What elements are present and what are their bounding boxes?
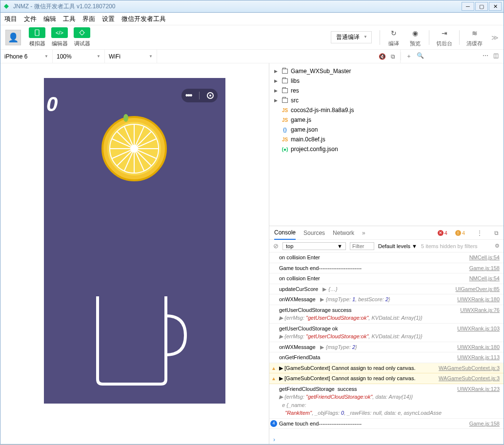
filter-settings-icon[interactable]: ⚙: [495, 243, 500, 249]
file-item[interactable]: JSmain.0c8ef.js: [269, 135, 504, 144]
menu-settings[interactable]: 设置: [102, 15, 115, 23]
main-toolbar: 👤 模拟器 </> 编辑器 调试器 普通编译 ↻编译 ◉预览 ⇥切后台 ≋清缓存…: [0, 25, 504, 50]
zoom-selector[interactable]: 100%▼: [53, 53, 104, 60]
window-titlebar: JNMZ - 微信开发者工具 v1.02.1807200 ─ ▢ ✕: [0, 0, 504, 13]
tab-sources[interactable]: Sources: [303, 227, 325, 239]
devtools-panel: Console Sources Network » ✕4 !4 ⋮ ⧉ ⊘ to…: [269, 226, 504, 444]
simulator-label: 模拟器: [29, 40, 45, 47]
folder-item[interactable]: ▶Game_WXSub_Master: [269, 66, 504, 76]
menu-wx-devtools[interactable]: 微信开发者工具: [121, 15, 166, 23]
console-log-row[interactable]: ▲▶ [GameSubContext] Cannot assign to rea…: [269, 373, 504, 384]
clear-cache-button[interactable]: ≋: [468, 28, 482, 39]
compile-mode-dropdown[interactable]: 普通编译: [331, 31, 372, 43]
svg-point-14: [123, 114, 128, 122]
app-icon: [2, 2, 10, 10]
menu-bar: 项目 文件 编辑 工具 界面 设置 微信开发者工具: [0, 13, 504, 25]
game-canvas[interactable]: 0 •••: [44, 78, 225, 404]
menu-file[interactable]: 文件: [24, 15, 37, 23]
avatar[interactable]: 👤: [5, 30, 21, 45]
device-selector[interactable]: iPhone 6▼: [0, 53, 52, 60]
console-log-row[interactable]: getFriendCloudStorage success▶ {errMsg: …: [269, 384, 504, 419]
preview-button[interactable]: ◉: [408, 28, 422, 39]
minimize-button[interactable]: ─: [462, 2, 474, 11]
editor-button[interactable]: </>: [51, 27, 68, 38]
tabs-more-icon[interactable]: »: [362, 230, 365, 236]
warning-count[interactable]: !4: [455, 230, 465, 236]
console-log-row[interactable]: 4Game touch end------------------------G…: [269, 419, 504, 429]
menu-tools[interactable]: 工具: [63, 15, 76, 23]
devtools-settings-icon[interactable]: ⋮: [477, 230, 483, 236]
game-score: 0: [46, 93, 58, 116]
devtools-dock-icon[interactable]: ⧉: [494, 230, 499, 236]
search-icon[interactable]: 🔍: [417, 52, 424, 60]
hidden-items-label: 5 items hidden by filters: [421, 243, 478, 249]
file-explorer: ▶Game_WXSub_Master▶libs▶res▶srcJScocos2d…: [269, 63, 504, 226]
background-button[interactable]: ⇥: [438, 28, 451, 39]
console-log-row[interactable]: onWXMessage ▶{msgType: 2}UIWXRank.js:180: [269, 342, 504, 353]
console-log-row[interactable]: on collision EnterNMCell.js:54: [269, 273, 504, 284]
mute-icon[interactable]: 🔇: [379, 53, 386, 60]
capsule-close-icon[interactable]: [207, 92, 214, 99]
window-title: JNMZ - 微信开发者工具 v1.02.1807200: [13, 2, 462, 11]
console-log-row[interactable]: onGetFriendDataUIWXRank.js:113: [269, 352, 504, 363]
context-selector[interactable]: top▼: [282, 242, 346, 250]
console-output[interactable]: on collision EnterNMCell.js:54Game touch…: [269, 252, 504, 435]
tab-network[interactable]: Network: [333, 227, 354, 239]
compile-button[interactable]: ↻: [387, 28, 401, 39]
console-log-row[interactable]: getUserCloudStorage ok▶ {errMsg: "getUse…: [269, 324, 504, 342]
svg-point-13: [130, 145, 138, 153]
filter-input[interactable]: [350, 242, 374, 250]
file-item[interactable]: {}game.json: [269, 125, 504, 135]
console-log-row[interactable]: onWXMessage ▶{msgType: 1, bestScore: 2}U…: [269, 294, 504, 305]
console-log-row[interactable]: on collision EnterNMCell.js:54: [269, 252, 504, 263]
debugger-button[interactable]: [74, 27, 90, 38]
menu-project[interactable]: 项目: [4, 15, 17, 23]
simulator-toolbar: iPhone 6▼ 100%▼ WiFi▼ 🔇 ⧉ ＋ 🔍 ⋯ ◫: [0, 50, 504, 63]
console-log-row[interactable]: Game touch end------------------------Ga…: [269, 263, 504, 274]
simulator-button[interactable]: [29, 27, 45, 38]
error-count[interactable]: ✕4: [438, 230, 447, 236]
maximize-button[interactable]: ▢: [475, 2, 488, 11]
popout-icon[interactable]: ⧉: [391, 53, 395, 60]
console-log-row[interactable]: getUserCloudStorage success▶ {errMsg: "g…: [269, 305, 504, 324]
close-button[interactable]: ✕: [489, 2, 502, 11]
console-log-row[interactable]: updateCurScore ▶{…}UIGameOver.js:85: [269, 284, 504, 295]
svg-point-1: [80, 31, 84, 35]
clear-console-icon[interactable]: ⊘: [273, 242, 279, 250]
file-item[interactable]: JScocos2d-js-min.8a8a9.js: [269, 105, 504, 115]
console-log-row[interactable]: ▲▶ [GameSubContext] Cannot assign to rea…: [269, 363, 504, 374]
tab-console[interactable]: Console: [274, 226, 296, 240]
more-icon[interactable]: ⋯: [483, 52, 488, 60]
svg-rect-0: [35, 30, 39, 36]
debugger-label: 调试器: [74, 40, 90, 47]
menu-interface[interactable]: 界面: [82, 15, 95, 23]
menu-edit[interactable]: 编辑: [43, 15, 56, 23]
log-level-selector[interactable]: Default levels ▼: [378, 243, 417, 249]
split-icon[interactable]: ◫: [493, 52, 499, 60]
console-prompt[interactable]: ›: [269, 435, 504, 444]
wx-capsule[interactable]: •••: [181, 89, 218, 102]
editor-label: 编辑器: [52, 40, 68, 47]
simulator-pane: 0 •••: [0, 63, 269, 444]
toolbar-more-icon[interactable]: ≫: [491, 34, 499, 41]
network-selector[interactable]: WiFi▼: [105, 53, 157, 60]
file-item[interactable]: JSgame.js: [269, 115, 504, 125]
lemon-sprite: [98, 112, 171, 185]
folder-item[interactable]: ▶src: [269, 96, 504, 105]
add-file-icon[interactable]: ＋: [406, 52, 412, 60]
folder-item[interactable]: ▶libs: [269, 76, 504, 86]
folder-item[interactable]: ▶res: [269, 86, 504, 96]
file-item[interactable]: (●)project.config.json: [269, 144, 504, 154]
cup-sprite: [93, 291, 190, 389]
